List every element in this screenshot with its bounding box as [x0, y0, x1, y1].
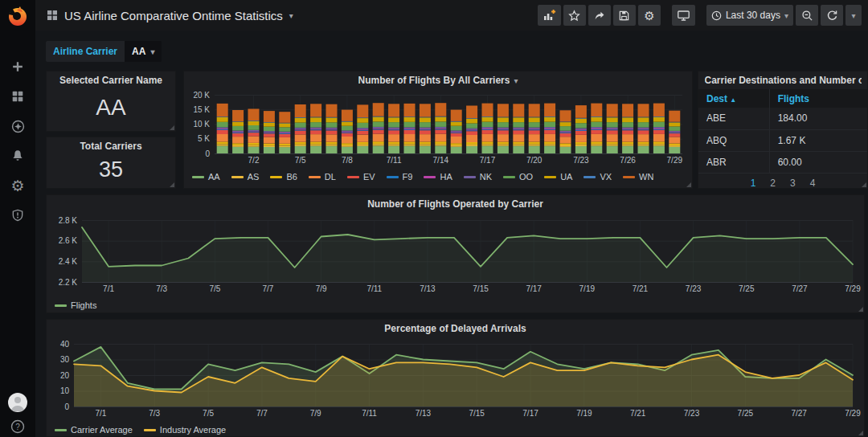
star-icon — [568, 10, 580, 22]
svg-text:7/25: 7/25 — [738, 409, 754, 418]
panel-title-bar[interactable]: Total Carriers — [47, 137, 175, 155]
add-panel-button[interactable] — [538, 5, 561, 26]
legend-label: AA — [208, 172, 220, 182]
legend-label: Carrier Average — [71, 425, 133, 435]
chart-area: 0102030407/17/37/57/77/97/117/137/157/17… — [47, 337, 864, 423]
time-range-picker[interactable]: Last 30 days ▾ — [706, 5, 793, 26]
legend-item-as[interactable]: AS — [231, 172, 260, 182]
table-header-dest[interactable]: Dest ▲ — [698, 89, 769, 108]
legend-color-dash — [309, 176, 321, 178]
panel-title-bar[interactable]: Number of Flights Operated by Carrier — [47, 195, 864, 213]
star-dashboard-button[interactable] — [563, 5, 586, 26]
panel-resize-handle[interactable] — [686, 182, 691, 187]
svg-text:7/26: 7/26 — [620, 156, 636, 165]
panel-total-carriers: Total Carriers 35 — [46, 137, 176, 189]
legend-item-nk[interactable]: NK — [464, 172, 492, 182]
dashboard-grid-icon — [47, 10, 58, 21]
legend-item-dl[interactable]: DL — [309, 172, 336, 182]
svg-text:0: 0 — [205, 149, 210, 158]
panel-resize-handle[interactable] — [170, 125, 174, 130]
page-number-1[interactable]: 1 — [751, 178, 756, 189]
save-icon — [618, 10, 630, 22]
refresh-button[interactable] — [821, 5, 843, 26]
chevron-down-icon: ▾ — [150, 47, 154, 56]
legend-item-flights[interactable]: Flights — [55, 300, 96, 310]
svg-text:7/21: 7/21 — [633, 284, 649, 293]
panel-flights-by-all-carriers: Number of Flights By All Carriers ▾ 05 K… — [183, 71, 693, 189]
dashboard-canvas: Airline Carrier AA ▾ Selected Carrier Na… — [35, 31, 868, 437]
legend-item-aa[interactable]: AA — [192, 172, 220, 182]
share-dashboard-button[interactable] — [588, 5, 611, 26]
page-number-2[interactable]: 2 — [770, 178, 776, 189]
sidebar-item-explore[interactable] — [6, 117, 30, 135]
dashboard-settings-button[interactable]: ⚙ — [638, 5, 661, 26]
sidebar-item-server-admin[interactable] — [6, 206, 30, 224]
variable-value-dropdown[interactable]: AA ▾ — [125, 41, 162, 62]
stacked-bar-chart[interactable]: 05 K10 K15 K20 K7/27/57/87/117/147/177/2… — [187, 89, 689, 166]
panel-resize-handle[interactable] — [858, 431, 863, 435]
legend-color-dash — [623, 176, 635, 178]
svg-text:7/1: 7/1 — [103, 284, 114, 293]
svg-text:7/17: 7/17 — [480, 156, 496, 165]
clock-icon — [711, 10, 722, 21]
svg-text:7/25: 7/25 — [739, 284, 755, 293]
legend-label: WN — [639, 172, 653, 182]
panel-resize-handle[interactable] — [170, 182, 174, 187]
refresh-interval-dropdown[interactable]: ▾ — [845, 5, 862, 26]
legend-item-ha[interactable]: HA — [424, 172, 452, 182]
legend-color-dash — [464, 176, 476, 178]
grafana-logo[interactable] — [0, 0, 35, 32]
legend-item-f9[interactable]: F9 — [387, 172, 413, 182]
sidebar-item-dashboards[interactable] — [6, 88, 30, 105]
legend-item-industry-average[interactable]: Industry Average — [144, 425, 226, 435]
svg-text:7/23: 7/23 — [684, 409, 700, 418]
panel-resize-handle[interactable] — [862, 182, 866, 187]
svg-text:7/5: 7/5 — [203, 409, 214, 418]
grafana-app: ⚙ — [0, 0, 868, 437]
svg-text:7/3: 7/3 — [156, 284, 167, 293]
panel-carrier-destinations: Carrier Destinations and Number of ... D… — [698, 71, 868, 189]
table-header-flights[interactable]: Flights — [769, 89, 867, 108]
panel-selected-carrier-name: Selected Carrier Name AA — [46, 71, 176, 132]
panel-title-bar[interactable]: Selected Carrier Name — [47, 71, 175, 89]
legend-item-oo[interactable]: OO — [503, 172, 533, 182]
panel-resize-handle[interactable] — [858, 307, 863, 312]
panel-title: Percentage of Delayed Arrivals — [384, 323, 526, 334]
user-avatar[interactable] — [6, 394, 30, 411]
cell-dest: ABE — [698, 108, 769, 129]
sidebar-item-alerting[interactable] — [6, 147, 30, 165]
sidebar-item-configuration[interactable]: ⚙ — [6, 177, 30, 194]
tv-mode-button[interactable] — [672, 5, 695, 26]
panel-title: Number of Flights By All Carriers — [358, 75, 510, 86]
legend-color-dash — [55, 429, 67, 431]
monitor-icon — [677, 9, 690, 22]
legend-item-ua[interactable]: UA — [544, 172, 572, 182]
legend-item-vx[interactable]: VX — [583, 172, 612, 182]
table-row: ABE184.00 — [698, 108, 867, 129]
zoom-out-button[interactable] — [796, 5, 818, 26]
legend-item-carrier-average[interactable]: Carrier Average — [55, 425, 133, 435]
panel-title-bar[interactable]: Carrier Destinations and Number of ... — [698, 71, 867, 89]
sidebar-item-create[interactable] — [6, 58, 30, 76]
gear-icon: ⚙ — [644, 10, 654, 22]
legend-color-dash — [192, 176, 204, 178]
help-button[interactable]: ? — [6, 418, 30, 435]
legend-item-wn[interactable]: WN — [623, 172, 653, 182]
page-number-3[interactable]: 3 — [790, 178, 796, 189]
dashboard-title-menu[interactable]: US Airline Comparative Ontime Statistics… — [47, 9, 293, 22]
svg-text:7/17: 7/17 — [526, 284, 542, 293]
panel-title: Selected Carrier Name — [59, 75, 162, 86]
page-number-4[interactable]: 4 — [810, 178, 816, 189]
svg-text:7/5: 7/5 — [209, 284, 220, 293]
cell-flights: 60.00 — [769, 151, 867, 173]
save-dashboard-button[interactable] — [613, 5, 636, 26]
panel-title-bar[interactable]: Number of Flights By All Carriers ▾ — [184, 71, 692, 89]
legend-item-b6[interactable]: B6 — [270, 172, 297, 182]
panel-title-bar[interactable]: Percentage of Delayed Arrivals — [47, 320, 864, 337]
grafana-logo-icon — [6, 5, 29, 27]
legend-item-ev[interactable]: EV — [347, 172, 375, 182]
cell-flights: 1.67 K — [769, 129, 867, 151]
legend-color-dash — [387, 176, 399, 178]
delays-line-chart[interactable]: 0102030407/17/37/57/77/97/117/137/157/17… — [50, 337, 862, 419]
flights-line-chart[interactable]: 2.2 K2.4 K2.6 K2.8 K7/17/37/57/77/97/117… — [50, 213, 862, 295]
